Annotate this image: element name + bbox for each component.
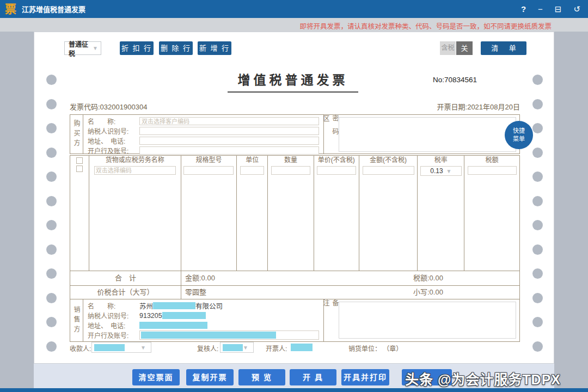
seller-bank-row: 开户行及账号: (88, 330, 323, 340)
copy-invoice-button[interactable]: 复制开票 (186, 369, 234, 385)
row-select-column (70, 156, 89, 271)
redaction-block (141, 332, 276, 339)
seller-stamp-label: 销货单位： （章） (348, 344, 402, 353)
tax-included-label[interactable]: 含税 (440, 41, 456, 55)
payee-select[interactable]: ▼ (91, 342, 151, 353)
reviewer-select[interactable]: ▼ (220, 342, 254, 353)
quick-menu-button[interactable]: 快捷 菜单 (505, 121, 533, 149)
clear-invoice-button[interactable]: 清空票面 (132, 369, 180, 385)
totals-values: 金额:0.00 税额:0.00 (181, 271, 519, 285)
seller-name-label: 名 称: (88, 301, 139, 310)
tax-included-toggle[interactable]: 关 (456, 41, 473, 55)
totals-amount: 金额:0.00 (185, 274, 215, 282)
help-icon[interactable]: ? (521, 4, 526, 14)
binder-hole (532, 196, 543, 206)
buyer-name-input[interactable] (139, 117, 319, 125)
column-tax-rate: 税率 0.13 ▼ (418, 156, 464, 271)
binder-hole (532, 293, 543, 303)
binder-hole (46, 293, 57, 303)
buyer-address-row: 地址、 电话: (88, 136, 323, 145)
grand-total-words-label: 价税合计（大写） (70, 286, 181, 299)
column-unit-price: 单价(不含税) (314, 156, 359, 271)
preview-button[interactable]: 预 览 (238, 369, 285, 385)
buyer-taxid-input[interactable] (139, 127, 319, 135)
binder-hole (532, 171, 543, 182)
grand-total-row: 价税合计（大写） 零圆整 小写:0.00 (70, 286, 520, 299)
row-checkbox[interactable] (76, 157, 83, 164)
buyer-address-label: 地址、 电话: (88, 136, 139, 145)
remark-label: 备注 (321, 299, 340, 341)
buyer-section: 购买方 名 称: 纳税人识别号: 地址、 电话: 开户行及账号: 密码区 (70, 114, 520, 154)
drawer-label: 开票人: (266, 344, 287, 353)
undo-icon[interactable]: ↺ (573, 4, 580, 14)
binder-hole (46, 196, 57, 206)
redaction-block (223, 344, 243, 351)
list-button[interactable]: 清 单 (481, 41, 526, 55)
tax-amount-input[interactable] (468, 166, 517, 175)
redaction-block (162, 312, 206, 319)
binder-hole (46, 317, 57, 327)
seller-bank-field[interactable] (139, 330, 319, 340)
binder-hole (46, 171, 57, 182)
buyer-bank-row: 开户行及账号: (88, 146, 323, 155)
password-area-label-cell: 密码区 (324, 115, 337, 154)
watermark-handle: @为会计服务TDPX (438, 372, 561, 387)
amount-input[interactable] (363, 166, 414, 175)
chevron-down-icon: ▼ (243, 345, 248, 351)
seller-fields: 名 称: 苏州 有限公司 纳税人识别号: 913205 地址、 电话: 开户行及… (83, 299, 323, 341)
grand-total-figures: 小写:0.00 (413, 286, 443, 298)
minimize-icon[interactable]: − (538, 4, 543, 14)
discount-row-button[interactable]: 折 扣 行 (120, 41, 154, 55)
buyer-bank-label: 开户行及账号: (88, 146, 139, 155)
grand-total-values: 零圆整 小写:0.00 (181, 286, 519, 299)
delete-row-button[interactable]: 删 除 行 (159, 41, 193, 55)
invoice-code: 发票代码:032001900304 (70, 101, 147, 112)
seller-taxid-prefix: 913205 (139, 312, 162, 320)
buyer-address-input[interactable] (139, 137, 319, 145)
column-amount: 金额(不含税) (359, 156, 418, 271)
quantity-header: 数量 (268, 156, 314, 165)
titlebar: 票 江苏增值税普通发票 ? − ⊟ ↺ (0, 0, 588, 18)
buyer-bank-input[interactable] (139, 146, 319, 155)
seller-section-label: 销售方 (72, 306, 81, 335)
restore-window-icon[interactable]: ⊟ (555, 4, 562, 14)
column-goods-name: 货物或应税劳务名称 (89, 156, 181, 271)
unit-price-header: 单价(不含税) (314, 156, 359, 165)
buyer-taxid-label: 纳税人识别号: (88, 126, 139, 136)
issue-and-print-button[interactable]: 开具并打印 (341, 369, 389, 385)
binder-hole (532, 75, 543, 85)
password-area-box[interactable] (339, 117, 516, 152)
buyer-section-label-cell: 购买方 (70, 115, 83, 154)
binder-hole (532, 148, 543, 158)
totals-tax: 税额:0.00 (413, 271, 443, 285)
redaction-block (139, 322, 207, 329)
tax-rate-value: 0.13 (430, 167, 443, 175)
binder-hole (46, 220, 57, 230)
unit-input[interactable] (240, 166, 264, 175)
binder-hole (532, 244, 543, 255)
column-unit: 单位 (237, 156, 268, 271)
seller-section: 销售方 名 称: 苏州 有限公司 纳税人识别号: 913205 地址、 电话: … (70, 299, 520, 342)
unit-header: 单位 (237, 156, 267, 165)
binder-hole (532, 123, 543, 133)
remark-box[interactable] (339, 302, 516, 339)
buyer-name-label: 名 称: (88, 117, 139, 126)
tax-rate-select[interactable]: 0.13 ▼ (420, 166, 462, 176)
binder-hole (532, 341, 543, 352)
add-row-button[interactable]: 新 增 行 (198, 41, 231, 55)
warning-message: 即将开具发票，请认真核对发票种类、代码、号码是否一致，如不同请更换纸质发票 (299, 21, 552, 31)
seller-name-suffix: 有限公司 (195, 301, 223, 311)
grand-total-words: 零圆整 (185, 288, 206, 296)
spec-header: 规格型号 (181, 156, 237, 165)
issue-button[interactable]: 开 具 (290, 369, 336, 385)
quantity-input[interactable] (271, 166, 310, 175)
binder-hole (532, 99, 543, 109)
unit-price-input[interactable] (317, 166, 356, 175)
row-checkbox[interactable] (76, 166, 83, 172)
binder-hole (46, 148, 57, 158)
password-area-label: 密码区 (321, 115, 340, 154)
tax-mode-select[interactable]: 普通征税 ▼ (64, 41, 101, 55)
spec-input[interactable] (183, 166, 234, 175)
goods-name-input[interactable] (94, 166, 176, 175)
buyer-taxid-row: 纳税人识别号: (88, 126, 323, 136)
